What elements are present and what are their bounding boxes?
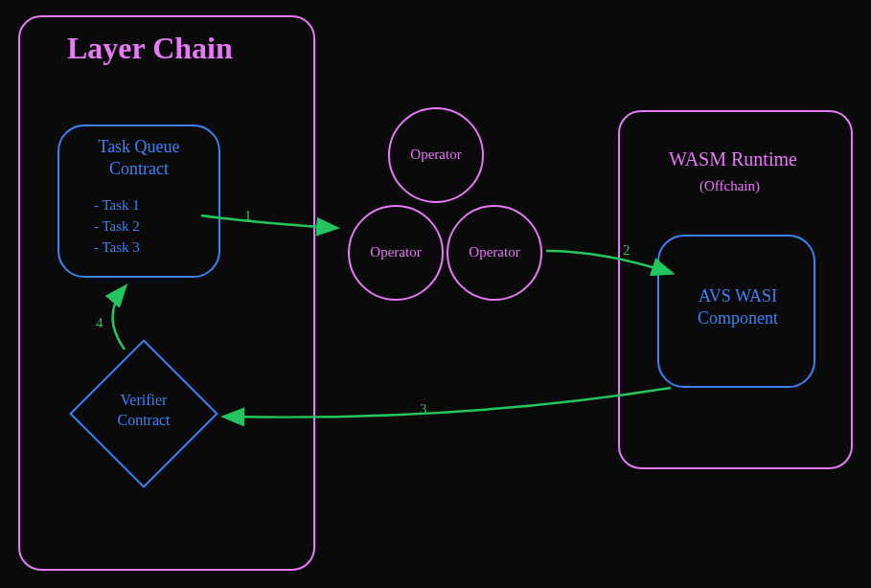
arrow-label-1: 1 <box>244 207 252 226</box>
operator-circle-right: Operator <box>447 205 542 301</box>
arrow-label-4: 4 <box>96 314 103 333</box>
layer-chain-box <box>18 15 315 571</box>
avs-wasi-label: AVS WASI Component <box>671 285 805 330</box>
operator-circle-left: Operator <box>348 205 444 301</box>
operator-label-1: Operator <box>410 146 461 165</box>
wasm-runtime-title: WASM Runtime <box>669 147 797 171</box>
task-queue-title: Task Queue Contract <box>72 136 206 181</box>
operator-label-2: Operator <box>370 243 421 262</box>
wasm-runtime-subtitle: (Offchain) <box>699 177 760 196</box>
task-item-2: - Task 2 <box>94 217 140 237</box>
operator-label-3: Operator <box>469 243 519 262</box>
arrow-label-3: 3 <box>420 400 427 419</box>
arrow-label-2: 2 <box>623 241 630 260</box>
layer-chain-title: Layer Chain <box>67 29 233 69</box>
task-item-3: - Task 3 <box>94 238 140 258</box>
task-item-1: - Task 1 <box>94 196 140 215</box>
verifier-label: Verifier Contract <box>101 391 187 431</box>
operator-circle-top: Operator <box>388 107 484 203</box>
